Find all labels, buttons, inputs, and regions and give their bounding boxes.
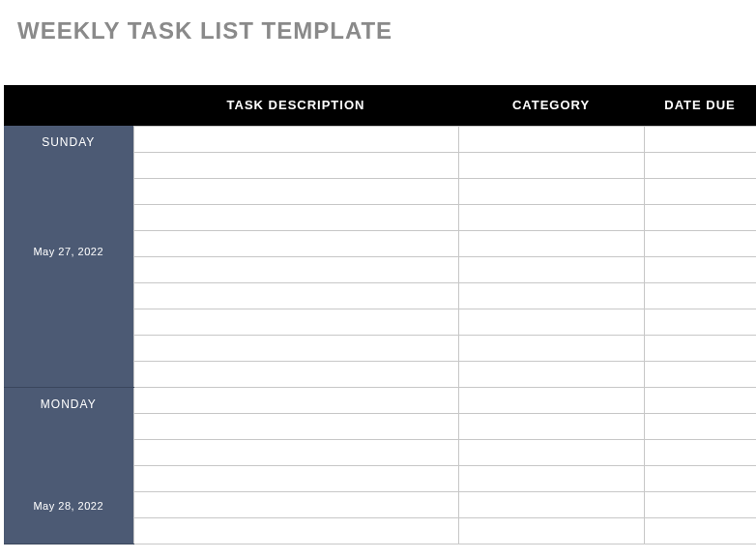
- category-cell[interactable]: [458, 439, 644, 465]
- task-cell[interactable]: [133, 282, 458, 309]
- day-name: SUNDAY: [4, 126, 133, 149]
- header-row: TASK DESCRIPTION CATEGORY DATE DUE: [4, 85, 756, 126]
- due-cell[interactable]: [644, 204, 756, 230]
- due-cell[interactable]: [644, 152, 756, 178]
- day-cell-monday: MONDAY May 28, 2022: [4, 387, 133, 544]
- day-date: May 28, 2022: [4, 500, 133, 512]
- due-cell[interactable]: [644, 361, 756, 387]
- task-cell[interactable]: [133, 126, 458, 152]
- category-cell[interactable]: [458, 204, 644, 230]
- category-cell[interactable]: [458, 361, 644, 387]
- category-cell[interactable]: [458, 335, 644, 361]
- col-header-day: [4, 85, 133, 126]
- due-cell[interactable]: [644, 256, 756, 282]
- task-cell[interactable]: [133, 361, 458, 387]
- due-cell[interactable]: [644, 413, 756, 439]
- category-cell[interactable]: [458, 256, 644, 282]
- page-title: WEEKLY TASK LIST TEMPLATE: [0, 0, 756, 44]
- task-cell[interactable]: [133, 152, 458, 178]
- due-cell[interactable]: [644, 126, 756, 152]
- due-cell[interactable]: [644, 465, 756, 491]
- task-table-wrap: TASK DESCRIPTION CATEGORY DATE DUE SUNDA…: [4, 85, 756, 559]
- col-header-category: CATEGORY: [458, 85, 644, 126]
- due-cell[interactable]: [644, 439, 756, 465]
- category-cell[interactable]: [458, 126, 644, 152]
- col-header-due: DATE DUE: [644, 85, 756, 126]
- task-cell[interactable]: [133, 413, 458, 439]
- task-cell[interactable]: [133, 309, 458, 335]
- category-cell[interactable]: [458, 178, 644, 204]
- task-cell[interactable]: [133, 517, 458, 544]
- due-cell[interactable]: [644, 387, 756, 413]
- category-cell[interactable]: [458, 517, 644, 544]
- category-cell[interactable]: [458, 465, 644, 491]
- due-cell[interactable]: [644, 178, 756, 204]
- table-row: MONDAY May 28, 2022: [4, 387, 756, 413]
- task-cell[interactable]: [133, 465, 458, 491]
- page: WEEKLY TASK LIST TEMPLATE TASK DESCRIPTI…: [0, 0, 756, 559]
- category-cell[interactable]: [458, 282, 644, 309]
- day-name: MONDAY: [4, 388, 133, 411]
- task-cell[interactable]: [133, 335, 458, 361]
- due-cell[interactable]: [644, 230, 756, 256]
- col-header-task: TASK DESCRIPTION: [133, 85, 458, 126]
- task-cell[interactable]: [133, 439, 458, 465]
- task-cell[interactable]: [133, 204, 458, 230]
- task-cell[interactable]: [133, 387, 458, 413]
- due-cell[interactable]: [644, 309, 756, 335]
- category-cell[interactable]: [458, 491, 644, 517]
- day-date: May 27, 2022: [4, 246, 133, 257]
- category-cell[interactable]: [458, 387, 644, 413]
- task-cell[interactable]: [133, 256, 458, 282]
- due-cell[interactable]: [644, 282, 756, 309]
- category-cell[interactable]: [458, 309, 644, 335]
- category-cell[interactable]: [458, 413, 644, 439]
- due-cell[interactable]: [644, 491, 756, 517]
- due-cell[interactable]: [644, 335, 756, 361]
- category-cell[interactable]: [458, 152, 644, 178]
- day-cell-sunday: SUNDAY May 27, 2022: [4, 126, 133, 387]
- category-cell[interactable]: [458, 230, 644, 256]
- task-cell[interactable]: [133, 178, 458, 204]
- due-cell[interactable]: [644, 517, 756, 544]
- task-cell[interactable]: [133, 230, 458, 256]
- task-table: TASK DESCRIPTION CATEGORY DATE DUE SUNDA…: [4, 85, 756, 544]
- task-cell[interactable]: [133, 491, 458, 517]
- table-row: SUNDAY May 27, 2022: [4, 126, 756, 152]
